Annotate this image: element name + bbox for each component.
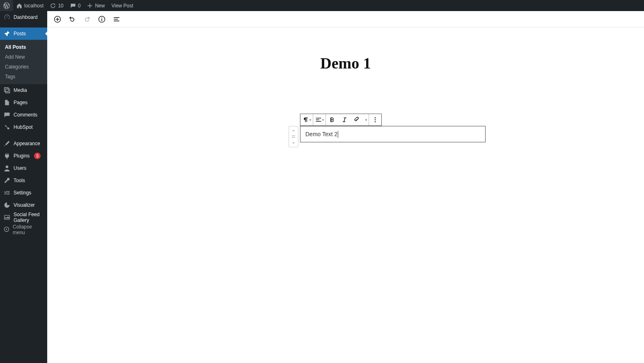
wrench-icon bbox=[3, 177, 11, 184]
drag-handle[interactable] bbox=[289, 134, 298, 139]
updates-link[interactable]: 10 bbox=[47, 0, 66, 11]
menu-hubspot[interactable]: HubSpot bbox=[0, 121, 47, 133]
svg-rect-8 bbox=[101, 17, 102, 18]
svg-point-11 bbox=[375, 121, 376, 122]
list-icon bbox=[112, 15, 121, 23]
new-label: New bbox=[95, 3, 105, 9]
svg-point-2 bbox=[6, 166, 8, 168]
drag-icon bbox=[291, 135, 296, 138]
menu-posts-label: Posts bbox=[14, 31, 26, 37]
menu-plugins[interactable]: Plugins 5 bbox=[0, 150, 47, 162]
posts-submenu: All Posts Add New Categories Tags bbox=[0, 40, 47, 84]
svg-point-14 bbox=[294, 135, 295, 136]
submenu-categories[interactable]: Categories bbox=[0, 62, 47, 72]
home-icon bbox=[16, 3, 22, 9]
dashboard-icon bbox=[3, 14, 11, 21]
link-button[interactable] bbox=[351, 114, 363, 126]
add-block-button[interactable] bbox=[51, 13, 64, 25]
plugin-icon bbox=[3, 152, 11, 160]
wp-logo[interactable] bbox=[0, 0, 13, 11]
undo-button[interactable] bbox=[66, 13, 78, 25]
info-icon bbox=[98, 15, 106, 23]
italic-button[interactable] bbox=[338, 114, 351, 126]
align-button[interactable]: ▾ bbox=[313, 114, 325, 126]
new-content-link[interactable]: New bbox=[84, 0, 108, 11]
menu-plugins-label: Plugins bbox=[14, 153, 30, 159]
menu-tools-label: Tools bbox=[14, 178, 25, 183]
menu-pages[interactable]: Pages bbox=[0, 96, 47, 109]
user-icon bbox=[3, 164, 11, 172]
menu-tools[interactable]: Tools bbox=[0, 174, 47, 187]
block-editor: Demo 1 ▾ ▾ bbox=[47, 11, 644, 363]
comments-icon bbox=[3, 111, 11, 119]
wp-admin-bar: localhost 10 0 New View Post bbox=[0, 0, 644, 11]
wordpress-icon bbox=[3, 2, 10, 9]
comments-link[interactable]: 0 bbox=[67, 0, 84, 11]
block-type-button[interactable]: ▾ bbox=[300, 114, 313, 126]
svg-point-15 bbox=[292, 137, 293, 138]
align-left-icon bbox=[315, 116, 322, 123]
more-options-button[interactable] bbox=[369, 114, 381, 126]
menu-separator bbox=[0, 23, 47, 27]
link-icon bbox=[353, 116, 360, 123]
menu-settings[interactable]: Settings bbox=[0, 187, 47, 199]
svg-point-17 bbox=[294, 137, 295, 138]
pilcrow-icon bbox=[303, 116, 309, 123]
menu-visualizer[interactable]: Visualizer bbox=[0, 199, 47, 211]
menu-comments[interactable]: Comments bbox=[0, 109, 47, 121]
menu-visualizer-label: Visualizer bbox=[14, 202, 35, 208]
editor-top-toolbar bbox=[47, 11, 644, 27]
submenu-tags[interactable]: Tags bbox=[0, 72, 47, 82]
menu-comments-label: Comments bbox=[14, 112, 37, 118]
redo-button[interactable] bbox=[81, 13, 93, 25]
svg-rect-7 bbox=[101, 18, 102, 21]
block-toolbar: ▾ ▾ bbox=[300, 114, 382, 126]
chevron-down-icon: ▾ bbox=[309, 118, 311, 122]
updates-count: 10 bbox=[58, 3, 63, 9]
bold-button[interactable] bbox=[326, 114, 338, 126]
editor-canvas[interactable]: Demo 1 ▾ ▾ bbox=[47, 27, 644, 363]
menu-users-label: Users bbox=[14, 165, 26, 171]
menu-media-label: Media bbox=[14, 87, 27, 93]
outline-button[interactable] bbox=[110, 13, 123, 25]
collapse-label: Collapse menu bbox=[13, 224, 44, 235]
italic-icon bbox=[341, 116, 348, 123]
menu-posts[interactable]: Posts bbox=[0, 27, 47, 40]
svg-rect-3 bbox=[5, 215, 10, 219]
content-info-button[interactable] bbox=[96, 13, 108, 25]
sliders-icon bbox=[3, 189, 11, 196]
chevron-down-icon: ▾ bbox=[322, 118, 324, 122]
block-mover bbox=[289, 126, 298, 147]
brush-icon bbox=[3, 140, 11, 147]
redo-icon bbox=[83, 15, 91, 23]
hubspot-icon bbox=[3, 123, 11, 131]
comments-icon bbox=[70, 3, 76, 9]
admin-sidebar: Dashboard Posts All Posts Add New Catego… bbox=[0, 11, 47, 363]
menu-media[interactable]: Media bbox=[0, 84, 47, 96]
chevron-down-icon bbox=[291, 141, 296, 146]
gallery-icon bbox=[3, 214, 11, 221]
move-down-button[interactable] bbox=[289, 139, 298, 147]
submenu-add-new[interactable]: Add New bbox=[0, 52, 47, 62]
collapse-icon bbox=[3, 226, 10, 234]
more-rich-text-button[interactable]: ▾ bbox=[363, 114, 369, 126]
post-title[interactable]: Demo 1 bbox=[320, 54, 371, 72]
menu-dashboard[interactable]: Dashboard bbox=[0, 11, 47, 23]
chart-icon bbox=[3, 201, 11, 209]
svg-point-10 bbox=[375, 119, 376, 121]
kebab-icon bbox=[372, 116, 378, 123]
site-name-link[interactable]: localhost bbox=[13, 0, 47, 11]
menu-hubspot-label: HubSpot bbox=[14, 124, 33, 130]
menu-social-feed-label: Social Feed Gallery bbox=[14, 212, 44, 223]
svg-point-12 bbox=[292, 135, 293, 136]
submenu-all-posts[interactable]: All Posts bbox=[0, 42, 47, 52]
chevron-down-icon: ▾ bbox=[365, 118, 367, 122]
view-post-link[interactable]: View Post bbox=[108, 0, 136, 11]
menu-users[interactable]: Users bbox=[0, 162, 47, 174]
move-up-button[interactable] bbox=[289, 126, 298, 134]
menu-social-feed[interactable]: Social Feed Gallery bbox=[0, 211, 47, 224]
paragraph-block[interactable]: Demo Text 2 bbox=[300, 126, 486, 142]
collapse-menu[interactable]: Collapse menu bbox=[0, 224, 47, 236]
menu-separator bbox=[0, 133, 47, 137]
menu-appearance[interactable]: Appearance bbox=[0, 137, 47, 150]
